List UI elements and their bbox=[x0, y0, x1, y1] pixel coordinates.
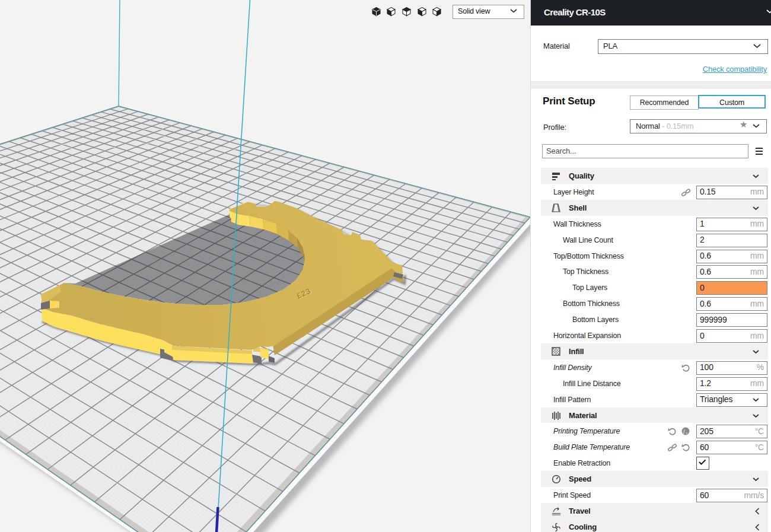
svg-text:x: x bbox=[686, 431, 688, 435]
